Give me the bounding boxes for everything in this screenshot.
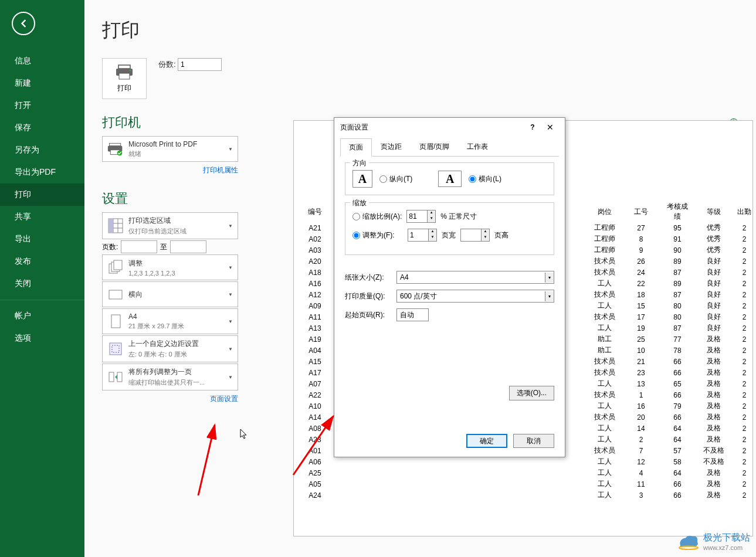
print-area-selector[interactable]: 打印选定区域 仅打印当前选定区域 ▼ [102,212,238,239]
scale-radio[interactable]: 缩放比例(A): [352,212,402,222]
tab-margins[interactable]: 页边距 [372,138,411,156]
scale-suffix: % 正常尺寸 [440,212,477,222]
ok-button[interactable]: 确定 [466,434,507,448]
watermark: 极光下载站 www.xz7.com [677,532,750,551]
sidebar-item-导出为PDF[interactable]: 导出为PDF [0,161,84,184]
svg-rect-2 [119,73,130,79]
pages-to-label: 至 [160,242,167,252]
tab-header-footer[interactable]: 页眉/页脚 [411,138,458,156]
sidebar-item-保存[interactable]: 保存 [0,117,84,139]
print-button[interactable]: 打印 [102,58,147,99]
sidebar-item-options[interactable]: 选项 [0,327,84,349]
margins-sub: 左: 0 厘米 右: 0 厘米 [128,350,228,359]
svg-rect-4 [110,143,121,145]
fit-tall-input[interactable]: ▲▼ [460,229,490,242]
chevron-down-icon: ▼ [228,147,233,152]
sidebar-item-共享[interactable]: 共享 [0,206,84,228]
table-row: A05工人1166及格2 [303,479,753,489]
landscape-icon [107,286,124,303]
sidebar-item-account[interactable]: 帐户 [0,305,84,327]
sidebar-item-打印[interactable]: 打印 [0,184,84,206]
watermark-logo-icon [677,534,700,550]
svg-rect-19 [110,343,121,355]
printer-icon [115,64,134,80]
portrait-radio[interactable]: 纵向(T) [379,174,412,184]
print-button-label: 打印 [117,83,131,93]
printer-properties-link[interactable]: 打印机属性 [102,165,238,175]
chevron-down-icon: ▾ [545,291,554,301]
chevron-down-icon: ▼ [228,375,233,380]
table-row: A25工人464及格2 [303,468,753,478]
margins-icon [107,341,124,357]
tab-sheet[interactable]: 工作表 [458,138,497,156]
sidebar-item-关闭[interactable]: 关闭 [0,273,84,295]
page-setup-link[interactable]: 页面设置 [102,394,238,404]
pages-to-input[interactable] [170,240,206,253]
orientation-selector[interactable]: 横向 ▼ [102,281,238,307]
svg-rect-18 [111,315,120,328]
landscape-radio[interactable]: 横向(L) [469,174,501,184]
paper-sub: 21 厘米 x 29.7 厘米 [128,322,228,331]
scaling-selector[interactable]: 将所有列调整为一页 缩减打印输出使其只有一... ▼ [102,364,238,390]
dialog-title: 页面设置 [340,123,524,133]
print-area-sub: 仅打印当前选定区域 [128,227,228,236]
svg-rect-16 [114,260,122,270]
fit-columns-icon [107,369,124,385]
col-job: 岗位 [587,202,622,222]
print-area-title: 打印选定区域 [128,216,228,226]
collate-selector[interactable]: 调整 1,2,3 1,2,3 1,2,3 ▼ [102,254,238,280]
page-title: 打印 [102,18,738,43]
printer-name: Microsoft Print to PDF [128,140,228,148]
fit-wide-input[interactable]: ▲▼ [408,229,437,242]
margins-title: 上一个自定义边距设置 [128,339,228,349]
sidebar-item-打开[interactable]: 打开 [0,94,84,117]
pages-from-input[interactable] [121,240,157,253]
col-no: 工号 [623,202,659,222]
printer-status: 就绪 [128,150,228,158]
col-att: 出勤 [733,202,753,222]
back-button[interactable] [12,12,35,35]
tab-page[interactable]: 页面 [340,138,372,157]
scale-input[interactable]: ▲▼ [406,210,436,223]
svg-point-25 [679,546,698,549]
svg-rect-17 [109,290,122,299]
paper-size-dropdown[interactable]: A4▾ [396,271,554,284]
printer-ready-icon [107,141,124,157]
table-row: A24工人366及格2 [303,490,753,500]
paper-size-label: 纸张大小(Z): [345,273,392,283]
options-button[interactable]: 选项(O)... [509,386,554,400]
paper-title: A4 [128,313,228,321]
cancel-button[interactable]: 取消 [513,434,554,448]
printer-selector[interactable]: Microsoft Print to PDF 就绪 ▼ [102,136,238,162]
grid-selection-icon [107,218,124,234]
chevron-down-icon: ▼ [228,292,233,297]
sidebar-item-另存为[interactable]: 另存为 [0,139,84,161]
zoom-legend: 缩放 [350,198,369,208]
collate-icon [107,259,124,276]
orientation-fieldset: 方向 A 纵向(T) A 横向(L) [345,162,554,195]
sidebar-item-新建[interactable]: 新建 [0,72,84,94]
copies-label: 份数: [158,60,176,69]
orientation-title: 横向 [128,290,228,300]
sidebar-item-发布[interactable]: 发布 [0,250,84,273]
print-quality-dropdown[interactable]: 600 点/英寸▾ [396,290,554,303]
arrow-left-icon [18,18,29,29]
sidebar-item-导出[interactable]: 导出 [0,228,84,250]
first-page-input[interactable]: 自动 [396,308,429,321]
fit-radio[interactable]: 调整为(F): [352,230,403,240]
scaling-sub: 缩减打印输出使其只有一... [128,378,228,387]
margins-selector[interactable]: 上一个自定义边距设置 左: 0 厘米 右: 0 厘米 ▼ [102,335,238,362]
paper-selector[interactable]: A4 21 厘米 x 29.7 厘米 ▼ [102,308,238,334]
chevron-down-icon: ▼ [228,319,233,324]
chevron-down-icon: ▼ [228,223,233,229]
orientation-legend: 方向 [350,158,369,168]
sidebar-item-信息[interactable]: 信息 [0,50,84,72]
landscape-icon: A [438,171,462,187]
dialog-help-button[interactable]: ? [524,123,541,131]
sidebar: 信息新建打开保存另存为导出为PDF打印共享导出发布关闭 帐户 选项 [0,0,84,557]
svg-rect-21 [109,372,114,382]
svg-rect-0 [118,65,130,69]
copies-input[interactable] [178,58,222,71]
chevron-down-icon: ▼ [228,347,233,352]
dialog-close-button[interactable]: ✕ [541,123,559,132]
